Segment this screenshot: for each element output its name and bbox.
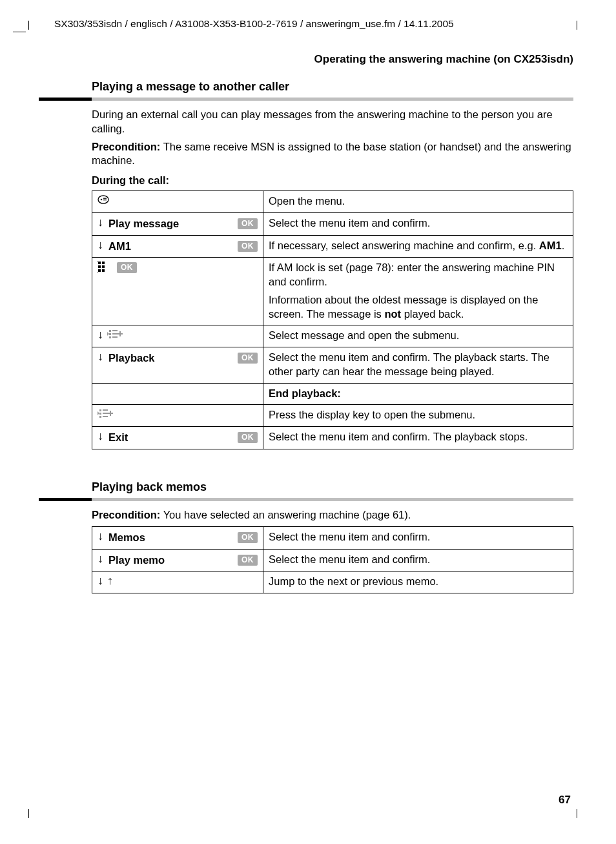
table-row: ↓ Memos OK Select the menu item and conf…	[92, 526, 573, 549]
menu-item-label: Play message	[108, 216, 258, 231]
step-description: Jump to the next or previous memo.	[263, 571, 573, 593]
heading-rule	[92, 98, 573, 101]
page-number: 67	[559, 794, 571, 807]
procedure-table-2: ↓ Memos OK Select the menu item and conf…	[92, 526, 573, 593]
arrow-down-icon: ↓	[98, 329, 103, 343]
procedure-table-1: Open the menu. ↓ Play message OK Select …	[92, 190, 573, 449]
step-description: End playback:	[263, 383, 573, 405]
menu-item-label: AM1	[108, 239, 258, 254]
precondition-label: Precondition:	[92, 509, 160, 520]
arrow-down-icon: ↓	[98, 351, 103, 362]
svg-rect-19	[103, 409, 108, 411]
svg-rect-6	[98, 265, 101, 268]
crop-mark	[13, 32, 26, 32]
precondition-text: The same receive MSN is assigned to the …	[92, 141, 571, 167]
table-row: ↓ Play memo OK Select the menu item and …	[92, 549, 573, 571]
subheading: During the call:	[92, 174, 573, 187]
desc-bold: not	[384, 308, 401, 320]
step-action	[92, 383, 263, 405]
step-description: Select the menu item and confirm. The pl…	[263, 347, 573, 384]
running-header: Operating the answering machine (on CX25…	[39, 53, 577, 66]
step-action: ↓ Exit OK	[92, 427, 263, 449]
menu-item-label: Memos	[108, 530, 258, 545]
ok-badge: OK	[238, 432, 258, 443]
keypad-icon	[98, 261, 112, 273]
ok-badge: OK	[117, 262, 137, 273]
svg-rect-13	[112, 330, 118, 331]
arrow-down-icon: ↓	[98, 430, 103, 442]
ok-badge: OK	[238, 353, 258, 364]
svg-rect-16	[99, 409, 101, 411]
step-action	[92, 191, 263, 213]
step-action: ↓ Memos OK	[92, 526, 263, 549]
step-action	[92, 405, 263, 427]
section-heading-play-message: Playing a message to another caller	[92, 80, 573, 94]
precondition: Precondition: The same receive MSN is as…	[92, 140, 573, 169]
desc-text: If necessary, select answering machine a…	[269, 240, 539, 251]
page: SX303/353isdn / englisch / A31008-X353-B…	[0, 0, 616, 844]
step-description: Select the menu item and confirm. The pl…	[263, 427, 573, 449]
paragraph: During an external call you can play mes…	[92, 108, 573, 136]
svg-rect-15	[112, 336, 118, 338]
crop-mark	[577, 21, 577, 30]
table-row: ↓ Exit OK Select the menu item and confi…	[92, 427, 573, 449]
menu-item-label: Play memo	[108, 553, 258, 568]
table-row: Open the menu.	[92, 191, 573, 213]
step-action: ↓ ↑	[92, 571, 263, 593]
table-row: End playback:	[92, 383, 573, 405]
table-row: ↓ ↑ Jump to the next or previous memo.	[92, 571, 573, 593]
table-row: ↓ Playback OK Select the menu item and c…	[92, 347, 573, 384]
svg-rect-11	[109, 333, 111, 335]
desc-text: Information about the oldest message is …	[269, 293, 568, 322]
arrow-down-icon: ↓	[98, 530, 103, 542]
arrow-down-icon: ↓	[98, 553, 103, 564]
step-description: If AM lock is set (page 78): enter the a…	[263, 258, 573, 325]
menu-item-label: Exit	[108, 430, 258, 445]
step-description: If necessary, select answering machine a…	[263, 235, 573, 258]
content-area: Playing a message to another caller Duri…	[92, 80, 573, 593]
section-heading-memos: Playing back memos	[92, 480, 573, 494]
crop-mark	[28, 809, 29, 818]
step-description: Select the menu item and confirm.	[263, 526, 573, 549]
svg-rect-10	[109, 330, 111, 332]
table-row: Press the display key to open the submen…	[92, 405, 573, 427]
svg-rect-21	[103, 416, 108, 417]
step-description: Select the menu item and confirm.	[263, 212, 573, 235]
arrow-down-icon: ↓	[98, 239, 103, 251]
crop-mark	[28, 21, 29, 30]
step-action: ↓	[92, 325, 263, 347]
svg-rect-7	[102, 265, 105, 268]
svg-rect-2	[103, 198, 107, 199]
desc-text: If AM lock is set (page 78): enter the a…	[269, 261, 568, 289]
file-path-header: SX303/353isdn / englisch / A31008-X353-B…	[54, 18, 577, 30]
precondition: Precondition: You have selected an answe…	[92, 508, 573, 522]
step-action: ↓ Play message OK	[92, 212, 263, 235]
table-row: OK If AM lock is set (page 78): enter th…	[92, 258, 573, 325]
svg-rect-9	[102, 269, 105, 272]
step-description: Select message and open the submenu.	[263, 325, 573, 347]
heading-rule	[92, 498, 573, 502]
ok-badge: OK	[238, 241, 258, 252]
arrow-down-icon: ↓	[98, 216, 103, 228]
svg-rect-5	[102, 262, 105, 264]
svg-rect-3	[103, 200, 107, 200]
step-action: ↓ Play memo OK	[92, 549, 263, 571]
desc-bold: AM1	[539, 240, 562, 251]
menu-key-icon	[98, 194, 109, 205]
svg-rect-14	[112, 333, 118, 335]
svg-rect-12	[109, 336, 111, 338]
svg-rect-20	[103, 413, 108, 414]
svg-rect-17	[99, 413, 101, 415]
arrow-down-icon: ↓	[98, 575, 103, 586]
desc-text: .	[562, 240, 565, 251]
svg-rect-18	[99, 416, 101, 418]
svg-point-1	[101, 199, 103, 201]
step-description: Press the display key to open the submen…	[263, 405, 573, 427]
submenu-icon	[98, 408, 114, 418]
precondition-text: You have selected an answering machine (…	[160, 509, 411, 520]
step-description: Open the menu.	[263, 191, 573, 213]
step-action: ↓ AM1 OK	[92, 235, 263, 258]
desc-bold: End playback:	[269, 387, 341, 399]
ok-badge: OK	[238, 532, 258, 543]
ok-badge: OK	[238, 555, 258, 566]
